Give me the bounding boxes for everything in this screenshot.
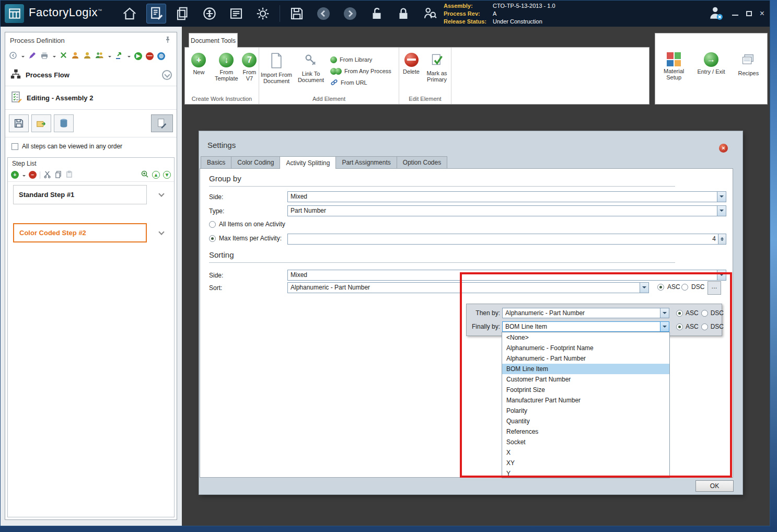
tab-basics[interactable]: Basics [201, 156, 231, 168]
dropdown-option[interactable]: Alphanumeric - Part Number [502, 353, 669, 364]
tab-part-assignments[interactable]: Part Assignments [335, 156, 397, 168]
home-icon[interactable] [120, 4, 140, 24]
group-type-select[interactable]: Part Number [287, 205, 726, 216]
settings-gear-icon[interactable] [253, 4, 273, 24]
max-items-radio[interactable]: Max Items per Activity: [209, 235, 282, 242]
collapse-panel-icon[interactable] [162, 70, 172, 80]
radio-icon[interactable] [209, 235, 216, 242]
from-v7-button[interactable]: 7 From V7 [240, 52, 259, 82]
max-items-input[interactable]: 4 [287, 234, 726, 245]
radio-icon[interactable] [209, 221, 216, 228]
signature-pen-icon[interactable] [28, 51, 37, 61]
dropdown-caret-icon[interactable] [21, 56, 25, 59]
dropdown-option[interactable]: Manufacturer Part Number [502, 395, 669, 406]
dispatch-icon[interactable] [200, 4, 219, 24]
dropdown-option[interactable]: Polarity [502, 406, 669, 416]
tab-document-tools[interactable]: Document Tools [189, 33, 238, 48]
expand-step-icon[interactable] [158, 191, 164, 196]
dropdown-arrow-icon[interactable] [717, 270, 726, 280]
minimize-button[interactable] [732, 15, 738, 16]
view-order-checkbox[interactable]: All steps can be viewed in any order [5, 137, 177, 155]
nav-back-icon[interactable] [9, 51, 17, 61]
tab-option-codes[interactable]: Option Codes [397, 156, 447, 168]
start-icon[interactable]: ▶ [134, 52, 142, 60]
stop-icon[interactable]: — [146, 52, 154, 60]
save-icon[interactable] [287, 4, 307, 24]
tab-color-coding[interactable]: Color Coding [231, 156, 280, 168]
print-icon[interactable] [40, 51, 49, 61]
dropdown-option[interactable]: Footprint Size [502, 385, 669, 395]
export-step-button[interactable] [31, 114, 51, 132]
process-flow-label[interactable]: Process Flow [26, 71, 69, 79]
team-icon[interactable] [95, 51, 104, 61]
forward-icon[interactable] [340, 4, 360, 24]
dropdown-arrow-icon[interactable] [640, 283, 648, 293]
recipes-button[interactable]: Recipes [731, 51, 766, 104]
checkbox-icon[interactable] [11, 143, 18, 150]
dropdown-arrow-icon[interactable] [717, 192, 726, 202]
from-template-button[interactable]: ↓ From Template [213, 52, 240, 82]
maximize-button[interactable] [746, 11, 752, 16]
paste-icon[interactable] [65, 170, 73, 180]
dropdown-option[interactable]: Quantity [502, 416, 669, 426]
delete-button[interactable]: Delete [399, 52, 423, 75]
finally-by-asc-radio[interactable] [676, 323, 683, 330]
deploy-icon[interactable] [115, 51, 123, 61]
step-item-1[interactable]: Standard Step #1 [13, 185, 147, 204]
from-any-process-button[interactable]: From Any Process [330, 65, 391, 77]
entry-exit-button[interactable]: → Entry / Exit [694, 51, 728, 104]
reports-icon[interactable] [226, 4, 246, 24]
close-button[interactable]: × [760, 9, 764, 18]
dropdown-option[interactable]: Alphanumeric - Footprint Name [502, 343, 669, 353]
sort-select[interactable]: Alphanumeric - Part Number [287, 282, 649, 293]
then-by-dsc-radio[interactable] [701, 310, 708, 317]
radio-icon[interactable] [657, 284, 664, 291]
delete-step-button[interactable] [54, 114, 74, 132]
spinner-control[interactable] [718, 234, 726, 244]
cut-icon[interactable] [43, 170, 51, 180]
dropdown-caret-icon[interactable] [22, 175, 26, 178]
assign-icon[interactable] [60, 51, 67, 61]
all-items-radio[interactable]: All Items on one Activity [209, 221, 285, 228]
dropdown-option[interactable]: <None> [502, 332, 669, 343]
radio-icon[interactable] [681, 284, 688, 291]
then-by-select[interactable]: Alphanumeric - Part Number [502, 308, 669, 318]
audit-search-icon[interactable] [420, 4, 440, 24]
dialog-close-icon[interactable]: × [719, 144, 728, 153]
zoom-step-icon[interactable] [141, 170, 149, 180]
move-down-icon[interactable]: ▼ [163, 171, 171, 179]
mark-as-primary-button[interactable]: Mark as Primary [423, 52, 450, 83]
dropdown-option[interactable]: Y [502, 468, 669, 478]
copy-icon[interactable] [54, 170, 62, 180]
dropdown-caret-icon[interactable] [108, 56, 111, 59]
link-to-document-button[interactable]: Link To Document [294, 52, 328, 83]
target-icon[interactable]: ◎ [157, 52, 165, 60]
dropdown-option-selected[interactable]: BOM Line Item [502, 364, 669, 374]
step-item-2[interactable]: Color Coded Step #2 [13, 223, 147, 242]
user-icon[interactable] [83, 51, 91, 61]
sort-asc-radio[interactable]: ASC [657, 283, 680, 291]
dropdown-option[interactable]: XY [502, 458, 669, 468]
dropdown-caret-icon[interactable] [53, 56, 56, 59]
dropdown-arrow-icon[interactable] [660, 322, 669, 331]
expand-step-icon[interactable] [158, 229, 164, 235]
pin-icon[interactable] [164, 36, 172, 45]
lock-icon[interactable] [393, 4, 413, 24]
edit-step-button[interactable] [151, 114, 173, 132]
back-icon[interactable] [314, 4, 333, 24]
dropdown-option[interactable]: Customer Part Number [502, 374, 669, 385]
max-items-value[interactable]: 4 [288, 234, 718, 244]
tab-activity-splitting[interactable]: Activity Splitting [280, 156, 336, 169]
sorting-side-select[interactable]: Mixed [287, 270, 726, 281]
process-definition-icon[interactable] [146, 4, 166, 24]
dropdown-arrow-icon[interactable] [717, 206, 726, 216]
sort-dsc-radio[interactable]: DSC [681, 283, 704, 291]
add-step-icon[interactable]: + [11, 171, 19, 179]
import-from-document-button[interactable]: Import From Document [259, 52, 294, 84]
finally-by-dsc-radio[interactable] [701, 323, 708, 330]
new-button[interactable]: + New [185, 52, 213, 75]
operator-icon[interactable] [71, 51, 79, 61]
production-icon[interactable] [173, 4, 193, 24]
dropdown-arrow-icon[interactable] [660, 308, 669, 318]
finally-by-select[interactable]: BOM Line Item [502, 321, 669, 332]
